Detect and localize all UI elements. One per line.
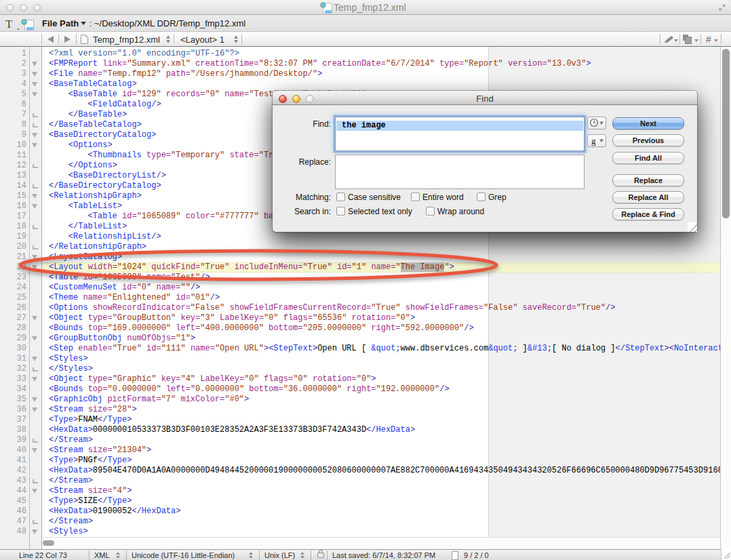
svg-text:g: g [591, 136, 596, 146]
